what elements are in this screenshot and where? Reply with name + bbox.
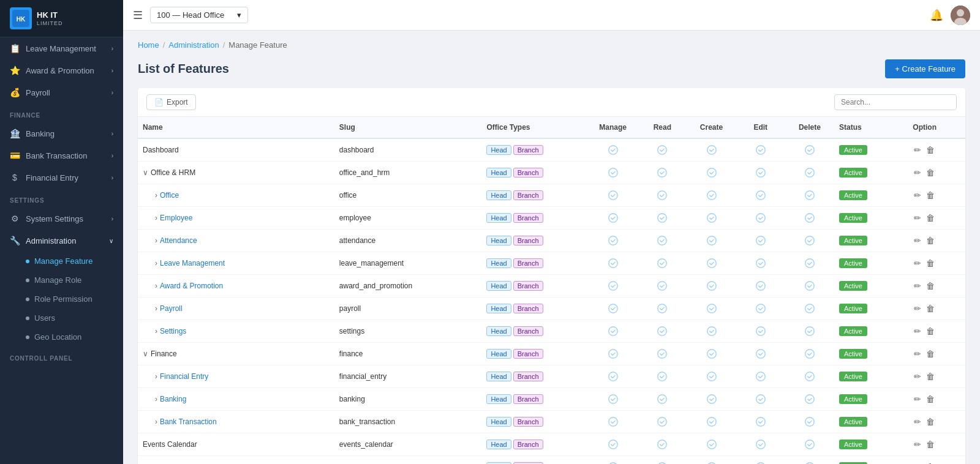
- sidebar-sub-geo-location[interactable]: Geo Location: [0, 327, 123, 346]
- svg-point-54: [805, 350, 814, 358]
- edit-button[interactable]: ✏: [913, 325, 922, 337]
- expand-button[interactable]: ›: [155, 214, 157, 222]
- dot-icon: [26, 297, 29, 301]
- sidebar-item-award-promotion[interactable]: ⭐ Award & Promotion ›: [0, 59, 123, 81]
- collapse-button[interactable]: ∨: [143, 168, 148, 177]
- delete-button[interactable]: 🗑: [925, 302, 936, 315]
- perm-edit: [736, 162, 785, 184]
- delete-button[interactable]: 🗑: [925, 280, 936, 292]
- delete-button[interactable]: 🗑: [925, 144, 936, 156]
- feature-office-types: HeadBranch: [481, 275, 588, 297]
- edit-button[interactable]: ✏: [913, 144, 922, 156]
- branch-chevron-icon: ▾: [237, 10, 241, 20]
- sidebar-label-banking: Banking: [26, 129, 55, 138]
- edit-button[interactable]: ✏: [913, 461, 922, 464]
- expand-button[interactable]: ›: [155, 259, 157, 268]
- col-header-edit: Edit: [736, 117, 785, 138]
- chevron-icon: ›: [111, 130, 113, 137]
- active-dot: [26, 260, 29, 263]
- expand-button[interactable]: ›: [155, 417, 157, 426]
- delete-button[interactable]: 🗑: [925, 393, 936, 405]
- sidebar-item-financial-entry[interactable]: $ Financial Entry ›: [0, 167, 123, 189]
- sidebar-item-bank-transaction[interactable]: 💳 Bank Transaction ›: [0, 144, 123, 167]
- delete-button[interactable]: 🗑: [925, 189, 936, 201]
- edit-button[interactable]: ✏: [913, 212, 922, 224]
- expand-button[interactable]: ›: [155, 327, 157, 335]
- col-header-status: Status: [834, 117, 908, 138]
- expand-button[interactable]: ›: [155, 304, 157, 313]
- breadcrumb-current: Manage Feature: [228, 40, 287, 50]
- sidebar: HK HK IT LIMITED 📋 Leave Management › ⭐ …: [0, 0, 123, 464]
- badge-head: Head: [486, 236, 511, 245]
- delete-button[interactable]: 🗑: [925, 438, 936, 451]
- logo-icon: HK: [10, 7, 32, 29]
- delete-button[interactable]: 🗑: [925, 212, 936, 224]
- delete-button[interactable]: 🗑: [925, 461, 936, 464]
- sidebar-item-banking[interactable]: 🏦 Banking ›: [0, 122, 123, 144]
- collapse-button[interactable]: ∨: [143, 350, 148, 358]
- chevron-icon: ›: [111, 89, 113, 96]
- perm-delete: [785, 138, 834, 162]
- perm-manage: [588, 252, 638, 275]
- feature-office-types: HeadBranch: [481, 343, 588, 365]
- dot-icon: [26, 335, 29, 339]
- notification-bell-icon[interactable]: 🔔: [930, 9, 943, 22]
- perm-read: [638, 162, 687, 184]
- sidebar-item-system-settings[interactable]: ⚙ System Settings ›: [0, 208, 123, 230]
- breadcrumb-home[interactable]: Home: [138, 40, 159, 50]
- delete-button[interactable]: 🗑: [925, 257, 936, 269]
- expand-button[interactable]: ›: [155, 191, 157, 200]
- edit-button[interactable]: ✏: [913, 416, 922, 428]
- svg-point-39: [805, 282, 814, 290]
- edit-button[interactable]: ✏: [913, 393, 922, 405]
- edit-button[interactable]: ✏: [913, 438, 922, 451]
- edit-button[interactable]: ✏: [913, 167, 922, 179]
- edit-button[interactable]: ✏: [913, 234, 922, 247]
- delete-button[interactable]: 🗑: [925, 325, 936, 337]
- delete-button[interactable]: 🗑: [925, 234, 936, 247]
- edit-button[interactable]: ✏: [913, 257, 922, 269]
- create-feature-button[interactable]: + Create Feature: [885, 59, 965, 78]
- delete-button[interactable]: 🗑: [925, 167, 936, 179]
- edit-button[interactable]: ✏: [913, 280, 922, 292]
- svg-point-27: [707, 236, 715, 245]
- user-avatar[interactable]: [951, 6, 970, 25]
- delete-button[interactable]: 🗑: [925, 348, 936, 360]
- sidebar-sub-users[interactable]: Users: [0, 309, 123, 327]
- perm-delete: [785, 388, 834, 411]
- svg-point-15: [609, 191, 617, 200]
- expand-button[interactable]: ›: [155, 395, 157, 403]
- perm-delete: [785, 275, 834, 297]
- svg-point-62: [707, 395, 715, 403]
- sidebar-sub-role-permission[interactable]: Role Permission: [0, 290, 123, 309]
- sidebar-item-administration[interactable]: 🔧 Administration ∨: [0, 230, 123, 252]
- sidebar-sub-label-manage-feature: Manage Feature: [34, 256, 92, 266]
- edit-button[interactable]: ✏: [913, 348, 922, 360]
- sidebar-sub-manage-role[interactable]: Manage Role: [0, 271, 123, 290]
- breadcrumb-administration[interactable]: Administration: [168, 40, 219, 50]
- sidebar-item-leave-management[interactable]: 📋 Leave Management ›: [0, 37, 123, 59]
- sidebar-item-payroll[interactable]: 💰 Payroll ›: [0, 81, 123, 103]
- edit-button[interactable]: ✏: [913, 302, 922, 315]
- search-input[interactable]: [834, 94, 957, 110]
- col-header-option: Option: [908, 117, 965, 138]
- chevron-icon: ›: [111, 215, 113, 222]
- delete-button[interactable]: 🗑: [925, 370, 936, 383]
- branch-selector[interactable]: 100 — Head Office ▾: [150, 7, 248, 23]
- edit-button[interactable]: ✏: [913, 370, 922, 383]
- badge-branch: Branch: [513, 372, 543, 381]
- feature-status: Active: [834, 297, 908, 320]
- chevron-icon: ›: [111, 45, 113, 52]
- feature-office-types: HeadBranch: [481, 230, 588, 252]
- delete-button[interactable]: 🗑: [925, 416, 936, 428]
- svg-point-48: [756, 327, 765, 335]
- perm-read: [638, 388, 687, 411]
- expand-button[interactable]: ›: [155, 236, 157, 245]
- hamburger-icon[interactable]: ☰: [133, 9, 143, 22]
- perm-edit: [736, 207, 785, 230]
- expand-button[interactable]: ›: [155, 282, 157, 290]
- sidebar-sub-manage-feature[interactable]: Manage Feature: [0, 252, 123, 271]
- export-button[interactable]: 📄 Export: [146, 94, 196, 110]
- edit-button[interactable]: ✏: [913, 189, 922, 201]
- expand-button[interactable]: ›: [155, 372, 157, 381]
